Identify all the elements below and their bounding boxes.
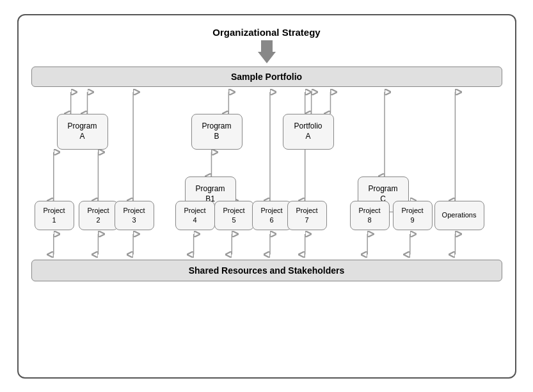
operations-box: Operations <box>434 201 484 230</box>
program-b-box: ProgramB <box>191 114 243 150</box>
project-6-label: Project6 <box>260 206 282 224</box>
project-7-label: Project7 <box>296 206 317 224</box>
project-6-box: Project6 <box>252 201 292 230</box>
project-1-label: Project1 <box>43 206 65 224</box>
project-1-box: Project1 <box>35 201 74 230</box>
project-8-label: Project8 <box>358 206 380 224</box>
outer-frame: Organizational Strategy Sample Portfolio <box>17 14 516 379</box>
project-5-box: Project5 <box>214 201 254 230</box>
portfolio-a-label: PortfolioA <box>294 122 322 141</box>
project-2-label: Project2 <box>87 206 109 224</box>
diagram-container: ProgramA ProgramB PortfolioA ProgramB1 P… <box>31 87 502 368</box>
project-9-box: Project9 <box>393 201 433 230</box>
portfolio-a-box: PortfolioA <box>283 114 334 150</box>
project-3-label: Project3 <box>123 206 145 224</box>
project-3-box: Project3 <box>115 201 154 230</box>
project-4-label: Project4 <box>184 206 205 224</box>
project-7-box: Project7 <box>287 201 327 230</box>
project-8-box: Project8 <box>350 201 390 230</box>
program-b-label: ProgramB <box>202 122 231 141</box>
strategy-arrow <box>258 40 276 63</box>
project-9-label: Project9 <box>401 206 423 224</box>
org-strategy-label: Organizational Strategy <box>212 27 320 38</box>
portfolio-bar: Sample Portfolio <box>31 67 502 87</box>
shared-resources-bar: Shared Resources and Stakeholders <box>31 260 502 281</box>
project-2-box: Project2 <box>79 201 118 230</box>
program-a-label: ProgramA <box>67 122 97 141</box>
operations-label: Operations <box>442 210 477 219</box>
program-a-box: ProgramA <box>57 114 108 150</box>
project-5-label: Project5 <box>223 206 244 224</box>
project-4-box: Project4 <box>175 201 215 230</box>
